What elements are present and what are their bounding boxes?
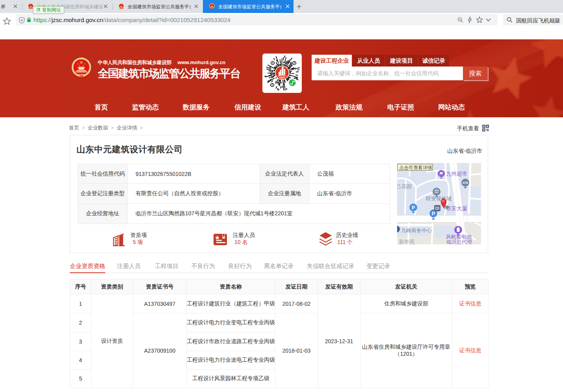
svg-text:新华苑: 新华苑 bbox=[399, 239, 415, 244]
svg-text:P: P bbox=[412, 205, 415, 211]
svg-text:己花园: 己花园 bbox=[397, 183, 412, 189]
svg-text:P: P bbox=[432, 211, 435, 216]
svg-text:联安大厦: 联安大厦 bbox=[446, 205, 467, 211]
svg-text:九州超市: 九州超市 bbox=[446, 171, 467, 177]
svg-text:联安现代城: 联安现代城 bbox=[426, 196, 452, 202]
svg-text:点击可查看详情: 点击可查看详情 bbox=[399, 165, 432, 170]
svg-text:ATM: ATM bbox=[463, 181, 468, 184]
svg-text:临沂总代理: 临沂总代理 bbox=[446, 239, 472, 244]
svg-text:九峰商务中心: 九峰商务中心 bbox=[401, 227, 432, 233]
